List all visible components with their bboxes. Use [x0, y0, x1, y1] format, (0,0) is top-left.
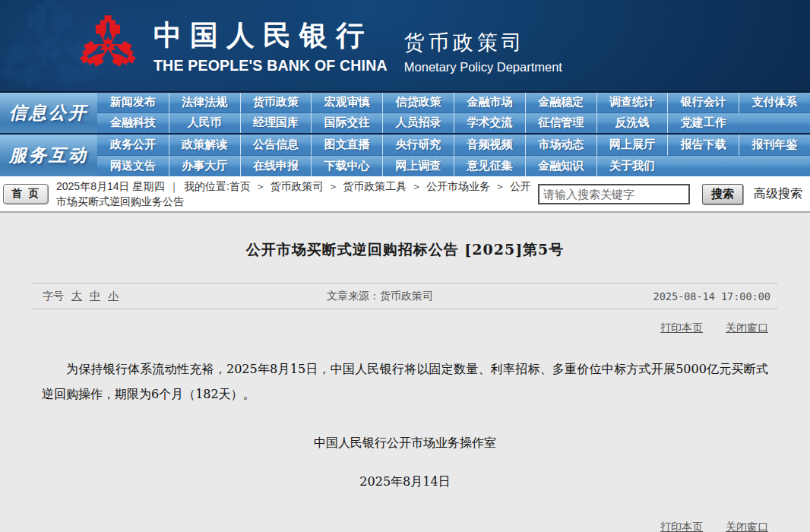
nav-item-party-building[interactable]: 党建工作: [667, 113, 739, 134]
nav-item-document-delivery[interactable]: 网送文告: [97, 156, 169, 177]
nav-item-online-filing[interactable]: 在线申报: [240, 156, 312, 177]
nav-item-financial-markets[interactable]: 金融市场: [454, 93, 525, 113]
breadcrumb-bar: 首 页 2025年8月14日 星期四 ｜ 我的位置:首页 ＞ 货币政策司 ＞ 货…: [0, 176, 810, 213]
nav-label-info-disclosure[interactable]: 信息公开: [0, 93, 97, 133]
nav-item-financial-knowledge[interactable]: 金融知识: [525, 156, 596, 177]
nav-item-service-hall[interactable]: 办事大厅: [169, 156, 240, 177]
nav-item-online-survey[interactable]: 网上调查: [382, 156, 454, 177]
main-navigation: 信息公开 新闻发布 法律法规 货币政策 宏观审慎 信贷政策 金融市场 金融稳定 …: [0, 91, 810, 176]
article-content: 公开市场买断式逆回购招标公告 [2025]第5号 字号 大 中 小 文章来源：货…: [0, 213, 810, 532]
nav-item-central-bank-research[interactable]: 央行研究: [382, 135, 454, 156]
pipe-separator: ｜: [169, 180, 179, 192]
chevron-separator: ＞: [411, 180, 422, 192]
chevron-separator: ＞: [495, 180, 505, 192]
article-body: 为保持银行体系流动性充裕，2025年8月15日，中国人民银行将以固定数量、利率招…: [42, 356, 768, 407]
nav-item-international-exchange[interactable]: 国际交往: [311, 113, 382, 134]
article-title: 公开市场买断式逆回购招标公告 [2025]第5号: [0, 240, 810, 260]
nav-section-service-interaction: 服务互动 政务公开 政策解读 公告信息 图文直播 央行研究 音频视频 市场动态 …: [0, 135, 810, 176]
article-source: 文章来源：货币政策司: [327, 290, 433, 303]
page: 中国人民银行 THE PEOPLE'S BANK OF CHINA 货币政策司 …: [0, 0, 810, 532]
nav-item-announcements[interactable]: 公告信息: [240, 135, 312, 156]
nav-item-anti-money-laundering[interactable]: 反洗钱: [596, 113, 668, 134]
bank-title-block: 中国人民银行 THE PEOPLE'S BANK OF CHINA: [153, 17, 388, 74]
home-button[interactable]: 首 页: [3, 184, 49, 204]
nav-menu-grid: 政务公开 政策解读 公告信息 图文直播 央行研究 音频视频 市场动态 网上展厅 …: [97, 135, 810, 176]
font-size-medium-link[interactable]: 中: [90, 290, 100, 303]
nav-item-empty: [739, 156, 810, 177]
pboc-logo-icon: [76, 12, 140, 79]
nav-item-credit-policy[interactable]: 信贷政策: [382, 93, 454, 113]
breadcrumb: 2025年8月14日 星期四 ｜ 我的位置:首页 ＞ 货币政策司 ＞ 货币政策工…: [56, 179, 536, 209]
chevron-separator: ＞: [327, 180, 338, 192]
nav-item-monetary-policy[interactable]: 货币政策: [240, 93, 312, 113]
nav-item-policy-interpretation[interactable]: 政策解读: [169, 135, 240, 156]
nav-item-audio-video[interactable]: 音频视频: [454, 135, 525, 156]
source-value: 货币政策司: [380, 290, 433, 302]
nav-item-empty: [739, 113, 810, 134]
nav-item-report-download[interactable]: 报告下载: [667, 135, 739, 156]
print-page-link[interactable]: 打印本页: [660, 521, 703, 532]
search-area: 搜索 高级搜索: [538, 184, 802, 204]
site-banner: 中国人民银行 THE PEOPLE'S BANK OF CHINA 货币政策司 …: [0, 0, 810, 91]
nav-label-service-interaction[interactable]: 服务互动: [0, 135, 97, 176]
nav-item-credit-reporting[interactable]: 征信管理: [525, 113, 596, 134]
department-name-en: Monetary Policy Department: [404, 60, 562, 74]
nav-item-rmb[interactable]: 人民币: [169, 113, 240, 134]
nav-item-recruitment[interactable]: 人员招录: [382, 113, 454, 134]
article-meta-row: 字号 大 中 小 文章来源：货币政策司 2025-08-14 17:00:00: [32, 283, 778, 309]
font-size-small-link[interactable]: 小: [108, 290, 119, 303]
breadcrumb-item-open-market[interactable]: 公开市场业务: [426, 180, 490, 192]
department-title-block: 货币政策司 Monetary Policy Department: [404, 29, 562, 74]
close-window-link[interactable]: 关闭窗口: [726, 321, 768, 334]
nav-menu-grid: 新闻发布 法律法规 货币政策 宏观审慎 信贷政策 金融市场 金融稳定 调查统计 …: [97, 93, 810, 133]
article-actions-top: 打印本页 关闭窗口: [42, 321, 768, 335]
nav-item-bank-accounting[interactable]: 银行会计: [667, 93, 739, 113]
nav-item-survey-statistics[interactable]: 调查统计: [596, 93, 668, 113]
breadcrumb-location-home[interactable]: 我的位置:首页: [184, 180, 251, 192]
font-size-large-link[interactable]: 大: [71, 290, 82, 303]
search-input[interactable]: [538, 184, 690, 204]
bank-name-en: THE PEOPLE'S BANK OF CHINA: [153, 57, 388, 74]
font-size-controls: 字号 大 中 小: [32, 290, 119, 303]
font-size-label: 字号: [43, 290, 64, 303]
publish-datetime: 2025-08-14 17:00:00: [653, 290, 778, 302]
breadcrumb-item-tools[interactable]: 货币政策工具: [343, 180, 407, 192]
close-window-link[interactable]: 关闭窗口: [726, 521, 768, 532]
nav-item-gov-affairs[interactable]: 政务公开: [97, 135, 169, 156]
chevron-separator: ＞: [255, 180, 266, 192]
article-signature: 中国人民银行公开市场业务操作室: [0, 435, 810, 451]
print-page-link[interactable]: 打印本页: [660, 321, 703, 334]
nav-item-state-treasury[interactable]: 经理国库: [240, 113, 312, 134]
nav-item-periodicals-yearbook[interactable]: 报刊年鉴: [739, 135, 810, 156]
search-button[interactable]: 搜索: [702, 184, 743, 204]
advanced-search-link[interactable]: 高级搜索: [754, 186, 802, 202]
nav-item-macroprudential[interactable]: 宏观审慎: [311, 93, 382, 113]
nav-item-empty: [667, 156, 739, 177]
nav-item-about-us[interactable]: 关于我们: [596, 156, 668, 177]
nav-item-payment-system[interactable]: 支付体系: [739, 93, 810, 113]
department-name-cn: 货币政策司: [404, 29, 562, 56]
nav-item-laws-regulations[interactable]: 法律法规: [169, 93, 240, 113]
breadcrumb-item-dept[interactable]: 货币政策司: [271, 180, 324, 192]
nav-item-fintech[interactable]: 金融科技: [97, 113, 169, 134]
source-label: 文章来源：: [327, 290, 380, 302]
article-actions-bottom: 打印本页 关闭窗口: [42, 521, 768, 532]
nav-item-download-center[interactable]: 下载中心: [311, 156, 382, 177]
nav-item-live-broadcast[interactable]: 图文直播: [311, 135, 382, 156]
nav-item-news[interactable]: 新闻发布: [97, 93, 169, 113]
nav-item-market-trends[interactable]: 市场动态: [525, 135, 596, 156]
nav-item-academic-exchange[interactable]: 学术交流: [454, 113, 525, 134]
article-sign-date: 2025年8月14日: [0, 474, 810, 490]
current-date: 2025年8月14日 星期四: [56, 180, 164, 192]
nav-item-financial-stability[interactable]: 金融稳定: [525, 93, 596, 113]
nav-item-online-exhibition[interactable]: 网上展厅: [596, 135, 668, 156]
nav-item-feedback-collection[interactable]: 意见征集: [454, 156, 525, 177]
nav-section-info-disclosure: 信息公开 新闻发布 法律法规 货币政策 宏观审慎 信贷政策 金融市场 金融稳定 …: [0, 93, 810, 135]
bank-name-cn: 中国人民银行: [153, 17, 388, 55]
